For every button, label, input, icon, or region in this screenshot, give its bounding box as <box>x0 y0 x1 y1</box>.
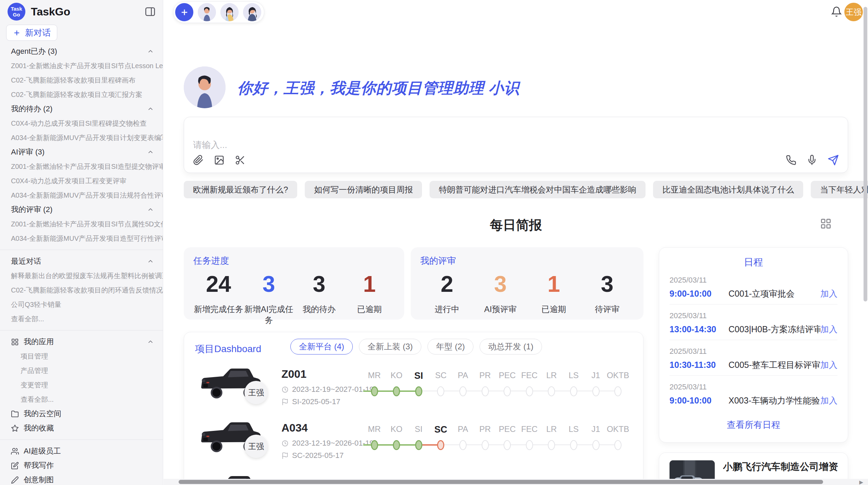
milestone-dot[interactable] <box>437 386 444 396</box>
milestone-dot[interactable] <box>437 440 444 450</box>
dashboard-filter-chip[interactable]: 全新上装 (3) <box>359 339 421 355</box>
sidebar-item[interactable]: C02-飞腾新能源轻客改款项目的闭环通告反馈情况 <box>0 283 163 297</box>
sidebar-item[interactable]: Z001-全新燃油轻卡产品开发项目SI造型提交物评审 <box>0 159 163 174</box>
dashboard-filter-chip[interactable]: 全新平台 (4) <box>290 339 353 355</box>
milestone-dot[interactable] <box>614 440 622 450</box>
sidebar-item[interactable]: C0X4-动力总成开发项目SI里程碑提交物检查 <box>0 116 163 130</box>
user-avatar[interactable]: 王强 <box>844 3 863 21</box>
sidebar-tool-item[interactable]: 帮我写作 <box>0 458 163 473</box>
sidebar-tool-item[interactable]: 创意制图 <box>0 473 163 485</box>
stat-column: 3AI预评审 <box>474 272 527 315</box>
sidebar-item[interactable]: 公司Q3轻卡销量 <box>0 297 163 312</box>
sidebar-item[interactable]: C02-飞腾新能源轻客改款项目里程碑画布 <box>0 73 163 87</box>
milestone-dot[interactable] <box>415 386 422 396</box>
sidebar-item-star[interactable]: 我的收藏 <box>0 421 163 435</box>
milestone-dot[interactable] <box>393 386 400 396</box>
sidebar-list: Agent已办 (3)Z001-全新燃油皮卡产品开发项目SI节点Lesson L… <box>0 41 163 485</box>
view-all-schedule-link[interactable]: 查看所有日程 <box>670 419 837 431</box>
sidebar-app-item[interactable]: 项目管理 <box>0 349 163 363</box>
sidebar-app-more[interactable]: 查看全部... <box>0 392 163 407</box>
sidebar-section-header[interactable]: Agent已办 (3) <box>0 44 163 59</box>
sidebar-app-item[interactable]: 变更管理 <box>0 378 163 392</box>
scroll-right-arrow-icon[interactable]: ▶ <box>859 479 863 485</box>
app-logo: Task Go <box>8 3 25 21</box>
milestone-dot[interactable] <box>415 440 422 450</box>
milestone-dot[interactable] <box>592 440 600 450</box>
project-flag-text: SC-2025-05-17 <box>292 451 343 460</box>
suggestion-chip[interactable]: 特朗普可能对进口汽车增税会对中国车企造成哪些影响 <box>430 181 646 198</box>
paperclip-icon[interactable] <box>193 155 204 165</box>
milestone-dot[interactable] <box>482 440 489 450</box>
milestone-label: PEC <box>499 371 516 380</box>
chevron-up-icon <box>147 258 154 265</box>
stat-value: 3 <box>474 272 527 296</box>
milestone-dot[interactable] <box>548 386 555 396</box>
milestone-label: LR <box>546 424 557 434</box>
mic-icon[interactable] <box>807 155 817 165</box>
sidebar-item[interactable]: Z001-全新燃油轻卡产品开发项目SI节点属性5D文件评审 <box>0 217 163 231</box>
milestone-dot[interactable] <box>459 440 467 450</box>
milestone-dot[interactable] <box>526 440 533 450</box>
sidebar-item-my-apps[interactable]: 我的应用 <box>0 335 163 349</box>
sidebar-item[interactable]: 查看全部... <box>0 312 163 326</box>
image-icon[interactable] <box>214 155 225 165</box>
sidebar-item[interactable]: 解释最新出台的欧盟报废车法规再生塑料比例被调至15%... <box>0 269 163 283</box>
suggestion-chip[interactable]: 当下年轻人对汽车外观有怎样的喜好趋势 <box>811 181 868 198</box>
suggestion-chip[interactable]: 如何写一份清晰的项目周报 <box>305 181 422 198</box>
sidebar-section-header[interactable]: 最近对话 <box>0 254 163 269</box>
new-chat-button[interactable]: 新对话 <box>6 25 57 41</box>
sidebar-section-header[interactable]: 我的待办 (2) <box>0 102 163 116</box>
dashboard-filter-chip[interactable]: 动总开发 (1) <box>480 339 542 355</box>
dashboard-filter-chip[interactable]: 年型 (2) <box>427 339 473 355</box>
sidebar-section-header[interactable]: AI评审 (3) <box>0 145 163 159</box>
sidebar-tool-label: 创意制图 <box>24 475 54 485</box>
phone-icon[interactable] <box>786 155 796 165</box>
milestone-dot[interactable] <box>570 386 577 396</box>
milestone-dot[interactable] <box>371 386 378 396</box>
milestone-label: KO <box>390 424 402 434</box>
milestone-dot[interactable] <box>482 386 489 396</box>
milestone-dot[interactable] <box>526 386 533 396</box>
sidebar-item[interactable]: C02-飞腾新能源轻客改款项目立项汇报方案 <box>0 87 163 102</box>
scissors-icon[interactable] <box>235 155 245 165</box>
milestone-dot[interactable] <box>504 440 511 450</box>
sidebar-item[interactable]: A034-全新新能源MUV产品开发项目法规符合性评审 <box>0 188 163 202</box>
panel-collapse-icon[interactable] <box>144 6 156 17</box>
milestone-dot[interactable] <box>371 440 378 450</box>
suggestion-chip[interactable]: 欧洲新规最近颁布了什么? <box>184 181 297 198</box>
milestone-dot[interactable] <box>570 440 577 450</box>
message-input[interactable] <box>193 117 839 151</box>
sidebar-section-title: AI评审 (3) <box>11 147 45 157</box>
add-conversation-button[interactable] <box>175 3 193 21</box>
star-icon <box>11 424 19 432</box>
layout-grid-icon[interactable] <box>820 218 832 229</box>
milestone-dot[interactable] <box>614 386 622 396</box>
milestone-dot[interactable] <box>504 386 511 396</box>
schedule-join-link[interactable]: 加入 <box>820 288 837 299</box>
schedule-join-link[interactable]: 加入 <box>820 359 837 371</box>
send-icon[interactable] <box>828 154 839 166</box>
bell-icon[interactable] <box>831 6 842 17</box>
sidebar-item[interactable]: A034-全新新能源MUV产品开发项目造型可行性评审 <box>0 231 163 246</box>
milestone-dot[interactable] <box>459 386 467 396</box>
milestone-dot[interactable] <box>548 440 555 450</box>
milestone-dot[interactable] <box>393 440 400 450</box>
sidebar-item[interactable]: Z001-全新燃油皮卡产品开发项目SI节点Lesson Learn报告 <box>0 59 163 73</box>
avatar[interactable] <box>220 3 239 21</box>
sidebar-item[interactable]: C0X4-动力总成开发项目工程变更评审 <box>0 174 163 188</box>
sidebar-section-header[interactable]: 我的评审 (2) <box>0 202 163 217</box>
avatar[interactable] <box>243 3 261 21</box>
composer-left-icons <box>193 155 245 165</box>
milestone-dot[interactable] <box>592 386 600 396</box>
sidebar-app-item[interactable]: 产品管理 <box>0 363 163 378</box>
avatar[interactable] <box>198 3 216 21</box>
vertical-scrollbar[interactable] <box>864 7 867 301</box>
sidebar-item-folder[interactable]: 我的云空间 <box>0 407 163 421</box>
plus-icon <box>13 29 21 37</box>
sidebar-item[interactable]: A034-全新新能源MUV产品开发项目计划变更表编写 <box>0 130 163 145</box>
suggestion-chip[interactable]: 比亚迪全固态电池计划具体说了什么 <box>653 181 803 198</box>
sidebar-tool-item[interactable]: AI超级员工 <box>0 444 163 458</box>
schedule-join-link[interactable]: 加入 <box>820 395 837 406</box>
schedule-join-link[interactable]: 加入 <box>820 324 837 335</box>
horizontal-scrollbar-thumb[interactable] <box>179 480 823 484</box>
